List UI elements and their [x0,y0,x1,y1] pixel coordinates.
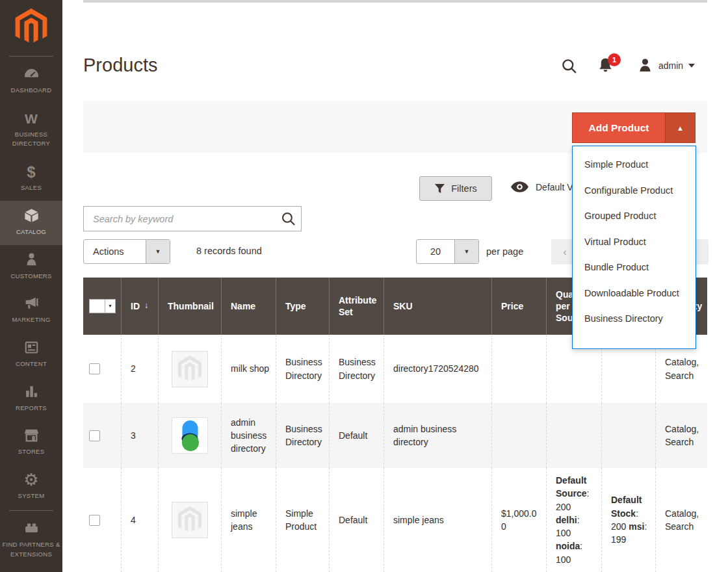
column-header-type[interactable]: Type [276,278,329,335]
cell-thumbnail [158,335,221,403]
global-search-icon[interactable] [560,57,578,77]
sidebar-item-label: SYSTEM [1,491,61,501]
add-product-option-simple-product[interactable]: Simple Product [573,152,696,178]
column-header-id[interactable]: ID↓ [121,278,158,335]
sidebar-item-label: STORES [1,447,61,457]
reports-icon [1,384,61,401]
column-header-sku[interactable]: SKU [384,278,491,335]
sidebar-item-content[interactable]: CONTENT [0,333,62,377]
sidebar-item-label: BUSINESS DIRECTORY [1,130,61,149]
sidebar-item-marketing[interactable]: MARKETING [0,289,62,333]
keyword-search [83,206,302,231]
admin-user-menu[interactable]: admin [637,57,695,73]
notifications-bell-icon[interactable]: 1 [597,57,614,77]
cell-price [491,403,546,468]
cell-type: Business Directory [276,335,329,403]
sidebar-item-dashboard[interactable]: DASHBOARD [0,59,62,103]
cell-visibility-text: Catalog, Search [665,507,702,534]
sales-icon: $ [1,163,61,181]
cell-attribute-set-text: Default [339,514,367,526]
page-title: Products [83,55,157,76]
add-product-dropdown: Simple ProductConfigurable ProductGroupe… [572,146,696,349]
chevron-down-icon[interactable]: ▼ [105,300,115,313]
row-checkbox[interactable] [89,430,100,441]
column-label: Attribute Set [339,294,378,318]
column-header-price[interactable]: Price [491,278,546,335]
sidebar-item-find-partners[interactable]: FIND PARTNERS & EXTENSIONS [0,514,62,567]
row-checkbox[interactable] [89,363,100,374]
cell-select [83,403,121,468]
column-header-name[interactable]: Name [221,278,276,335]
column-header-thumbnail[interactable]: Thumbnail [158,278,221,335]
sidebar-item-reports[interactable]: REPORTS [0,377,62,421]
cell-attribute-set: Business Directory [329,335,384,403]
row-checkbox[interactable] [89,515,100,526]
add-product-button[interactable]: Add Product [573,113,665,142]
catalog-icon [1,207,61,225]
add-product-option-downloadable-product[interactable]: Downloadable Product [573,281,696,307]
cell-attribute-set-text: Business Directory [339,356,378,382]
admin-username: admin [658,60,683,71]
magento-logo[interactable] [0,0,62,55]
sort-descending-icon: ↓ [144,301,148,311]
search-submit-icon[interactable] [280,211,296,229]
top-divider [83,0,707,3]
cell-attribute-set: Default [329,403,384,468]
add-product-option-bundle-product[interactable]: Bundle Product [573,255,696,281]
cell-visibility-text: Catalog, Search [665,422,702,449]
sidebar-item-customers[interactable]: CUSTOMERS [0,245,62,289]
sidebar-item-label: CONTENT [1,359,61,369]
cell-sku-text: simple jeans [393,514,444,526]
select-all-checkbox[interactable]: ▼ [89,299,116,313]
column-label: Name [231,300,255,312]
cell-id-text: 3 [131,429,136,442]
user-icon [637,57,653,73]
cell-id: 2 [121,335,158,403]
notification-badge[interactable]: 1 [608,53,621,66]
add-product-option-virtual-product[interactable]: Virtual Product [573,229,696,255]
sidebar-item-system[interactable]: ⚙SYSTEM [0,465,62,509]
eye-icon [510,181,529,193]
stores-icon [1,427,61,445]
cell-attribute-set-text: Default [339,429,367,442]
cell-type: Business Directory [276,403,329,468]
search-input[interactable] [83,206,302,231]
chevron-down-icon: ▼ [454,240,478,263]
cell-salable-qty: Default Stock: 200 msi: 199 [601,468,655,572]
chevron-down-icon [688,64,695,68]
sidebar-item-catalog[interactable]: CATALOG [0,201,62,245]
chevron-left-icon: ‹ [563,246,567,258]
actions-select[interactable]: Actions ▼ [83,239,170,264]
cell-name-text: simple jeans [231,507,270,534]
cell-name: simple jeans [221,468,276,572]
system-icon: ⚙ [1,471,61,489]
per-page-label: per page [486,246,523,257]
grid-body: 2milk shopBusiness DirectoryBusiness Dir… [83,335,707,572]
column-label: ID [131,300,140,312]
column-header-select-all: ▼ [83,278,121,335]
column-header-attribute-set[interactable]: Attribute Set [329,278,384,335]
cell-sku: simple jeans [384,468,491,572]
column-label: Thumbnail [168,300,214,312]
cell-salable-qty-text: Default Stock: 200 msi: 199 [611,493,650,546]
cell-qty-per-source-text: Default Source: 200 delhi: 100 noida: 10… [556,474,596,566]
add-product-option-business-directory[interactable]: Business Directory [573,306,696,332]
cell-select [83,468,121,572]
chevron-down-icon: ▼ [146,240,170,263]
cell-name: milk shop [221,335,276,403]
add-product-option-configurable-product[interactable]: Configurable Product [573,178,696,204]
cell-name: admin business directory [221,403,276,468]
cell-select [83,335,121,403]
sidebar-item-business-directory[interactable]: WBUSINESS DIRECTORY [0,103,62,157]
sidebar-item-sales[interactable]: $SALES [0,157,62,201]
sidebar-item-label: DASHBOARD [1,86,61,96]
cell-price-text: $1,000.00 [501,507,540,534]
page-size-select[interactable]: 20 ▼ [416,239,479,264]
filters-button[interactable]: Filters [419,176,492,201]
add-product-toggle[interactable]: ▲ [665,113,695,142]
sidebar: DASHBOARDWBUSINESS DIRECTORY$SALESCATALO… [0,0,62,572]
add-product-option-grouped-product[interactable]: Grouped Product [573,203,696,229]
content-icon [1,339,61,357]
column-label: SKU [393,300,413,312]
sidebar-item-stores[interactable]: STORES [0,421,62,465]
